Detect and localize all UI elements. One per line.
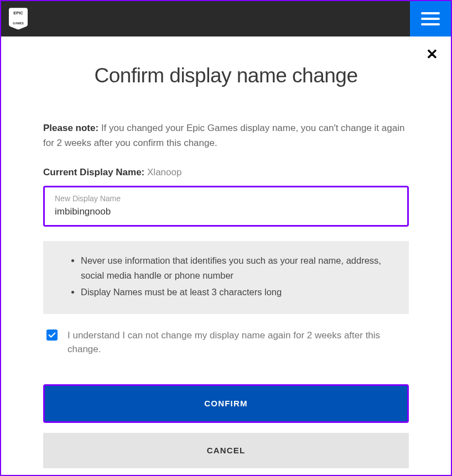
- rule-item: Never use information that identifies yo…: [81, 253, 393, 283]
- hamburger-menu-button[interactable]: [410, 1, 451, 36]
- modal-content: Confirm display name change Please note:…: [1, 36, 451, 468]
- epic-games-logo[interactable]: EPIC GAMES: [9, 8, 28, 30]
- cancel-button[interactable]: CANCEL: [43, 433, 409, 468]
- current-display-name: Current Display Name: Xlanoop: [43, 167, 409, 178]
- new-display-name-field-wrap: New Display Name: [43, 186, 409, 227]
- checkmark-icon: [48, 331, 56, 339]
- current-name-value: Xlanoop: [147, 167, 181, 177]
- svg-text:EPIC: EPIC: [13, 11, 23, 15]
- new-display-name-input[interactable]: [55, 206, 397, 217]
- hamburger-icon: [421, 12, 440, 25]
- agreement-label: I understand I can not change my display…: [67, 328, 406, 357]
- current-name-label: Current Display Name:: [43, 167, 144, 177]
- input-label: New Display Name: [55, 194, 397, 203]
- note-text: Please note: If you changed your Epic Ga…: [43, 121, 409, 150]
- agreement-row: I understand I can not change my display…: [43, 328, 409, 357]
- confirm-button-highlight: CONFIRM: [43, 384, 409, 423]
- rules-box: Never use information that identifies yo…: [43, 241, 409, 313]
- app-header: EPIC GAMES: [1, 1, 451, 36]
- rule-item: Display Names must be at least 3 charact…: [81, 285, 393, 299]
- confirm-button[interactable]: CONFIRM: [45, 386, 407, 421]
- modal-title: Confirm display name change: [43, 64, 409, 87]
- svg-text:GAMES: GAMES: [13, 22, 24, 25]
- note-label: Please note:: [43, 123, 98, 133]
- agreement-checkbox[interactable]: [46, 329, 58, 341]
